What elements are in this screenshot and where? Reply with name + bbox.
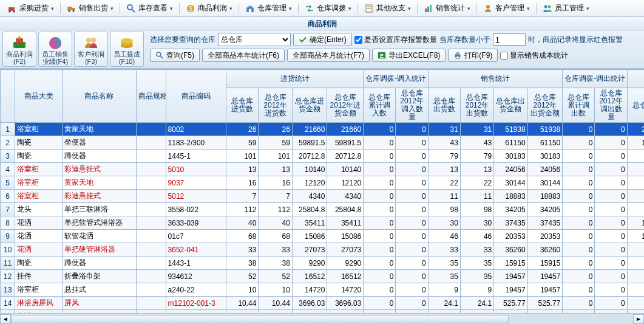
- col-group-transfer-in[interactable]: 仓库调拨-调入统计: [364, 70, 428, 88]
- cart-icon: [7, 4, 17, 13]
- svg-rect-3: [67, 7, 72, 10]
- bigbtn-1[interactable]: 员工销售业绩(F4): [38, 32, 72, 67]
- bigbtn-icon-1: [47, 36, 64, 49]
- svg-line-8: [132, 9, 135, 12]
- staff-icon: [543, 4, 552, 13]
- col-code[interactable]: 商品编码: [166, 70, 226, 123]
- menu-chart[interactable]: 销售统计▾: [419, 0, 475, 16]
- table-row[interactable]: 1浴室柜黄家天地80022626216602166000313151938519…: [1, 123, 645, 136]
- print-button[interactable]: 打印(F9): [448, 49, 498, 62]
- svg-point-6: [73, 10, 75, 12]
- svg-rect-11: [249, 9, 251, 12]
- col-sub-10[interactable]: 总仓库累计调出数: [563, 88, 595, 123]
- table-row[interactable]: 10花洒单把硬管淋浴器3652-041333327073270730033333…: [1, 243, 645, 257]
- alarm-value-input[interactable]: [493, 33, 526, 46]
- search-icon: [155, 51, 164, 60]
- col-sub-7[interactable]: 总仓库2012年出货数: [460, 88, 493, 123]
- col-sub-11[interactable]: 总仓库2012年调出数量: [595, 88, 627, 123]
- svg-rect-17: [430, 5, 432, 12]
- alarm-checkbox[interactable]: 是否设置库存报警数量: [354, 35, 437, 45]
- menu-money[interactable]: $商品利润▾: [181, 0, 237, 16]
- query-button[interactable]: 查询(F5): [150, 49, 200, 62]
- svg-line-30: [160, 56, 163, 58]
- warehouse-label: 选择您要查询的仓库: [150, 35, 215, 45]
- svg-rect-23: [18, 36, 21, 39]
- show-cost-checkbox[interactable]: 显示销售成本统计: [500, 50, 568, 61]
- svg-point-28: [121, 38, 133, 43]
- table-row[interactable]: 4浴室柜彩迪悬挂式5010131310140101400013132405624…: [1, 163, 645, 176]
- chevron-down-icon: ▾: [586, 5, 589, 12]
- excel-icon: E: [378, 51, 386, 60]
- search-icon: [126, 4, 136, 13]
- col-category[interactable]: 商品大类: [15, 70, 63, 123]
- table-row[interactable]: 13浴室柜悬挂式a240-221010147201472000991945719…: [1, 283, 645, 297]
- menu-cart[interactable]: 采购进货▾: [2, 0, 59, 16]
- bigbtn-0[interactable]: 商品利润(F2): [2, 32, 36, 67]
- col-sub-1[interactable]: 总仓库2012年进货数: [259, 88, 292, 123]
- col-sub-6[interactable]: 总仓库出货数: [428, 88, 460, 123]
- svg-point-29: [157, 52, 161, 57]
- main-menu: 采购进货▾销售出货▾库存查看▾$商品利润▾仓库管理▾仓库调拨▾其他收支▾销售统计…: [0, 0, 644, 17]
- data-grid[interactable]: 商品大类 商品名称 商品规格 商品编码 进货统计 仓库调拨-调入统计 销售统计 …: [0, 69, 644, 313]
- col-group-transfer-out[interactable]: 仓库调拨-调出统计: [563, 70, 627, 88]
- scroll-thumb[interactable]: [11, 315, 509, 323]
- scroll-right-button[interactable]: ►: [633, 314, 644, 324]
- scroll-left-button[interactable]: ◄: [0, 314, 11, 324]
- horizontal-scrollbar[interactable]: ◄ ►: [0, 313, 644, 324]
- chevron-down-icon: ▾: [289, 5, 292, 12]
- menu-receipt[interactable]: 其他收支▾: [359, 0, 416, 16]
- receipt-icon: [364, 4, 374, 13]
- table-row[interactable]: 2陶瓷坐便器1183-2/300595959891.559891.5004343…: [1, 136, 645, 150]
- col-spec[interactable]: 商品规格: [136, 70, 166, 123]
- menu-search[interactable]: 库存查看▾: [121, 0, 178, 16]
- chevron-down-icon: ▾: [527, 5, 530, 12]
- chevron-down-icon: ▾: [348, 5, 351, 12]
- svg-point-25: [91, 38, 96, 43]
- table-row[interactable]: 8花洒单把软管式淋浴器3633-039404035411354110030303…: [1, 216, 645, 230]
- col-group-profit[interactable]: 利润统计: [627, 70, 644, 88]
- page-title: 商品利润: [0, 17, 644, 30]
- bigbtn-3[interactable]: 员工提成(F10): [110, 32, 144, 67]
- export-excel-button[interactable]: E导出EXCEL(F8): [372, 49, 446, 62]
- warehouse-select[interactable]: 总仓库: [218, 33, 291, 46]
- table-row[interactable]: 7龙头单把三联淋浴3558-02211211225804.825804.8009…: [1, 203, 645, 216]
- col-sub-8[interactable]: 总仓库出货金额: [494, 88, 527, 123]
- svg-point-7: [127, 5, 132, 10]
- transfer-icon: [305, 4, 314, 13]
- table-row[interactable]: 6浴室柜彩迪悬挂式5012774340434000111118883188830…: [1, 190, 645, 203]
- col-sub-0[interactable]: 总仓库进货数: [226, 88, 259, 123]
- svg-text:E: E: [380, 53, 384, 59]
- chart-icon: [424, 4, 433, 13]
- menu-staff[interactable]: 员工管理▾: [538, 0, 594, 16]
- table-row[interactable]: 3陶瓷蹲便器1445-110110120712.820712.800797930…: [1, 150, 645, 163]
- truck-icon: [67, 4, 76, 13]
- svg-rect-35: [456, 57, 459, 59]
- col-sub-2[interactable]: 总仓库进货金额: [292, 88, 327, 123]
- col-group-sales[interactable]: 销售统计: [428, 70, 563, 88]
- table-row[interactable]: 12挂件折叠浴巾架9346125252165121651200353519457…: [1, 270, 645, 283]
- menu-transfer[interactable]: 仓库调拨▾: [300, 0, 356, 16]
- chevron-down-icon: ▾: [408, 5, 411, 12]
- menu-warehouse[interactable]: 仓库管理▾: [240, 0, 297, 16]
- bigbtn-2[interactable]: 客户利润(F3): [74, 32, 108, 67]
- month-stat-button[interactable]: 全部商品本月统计(F7): [287, 49, 370, 62]
- toolbar: 商品利润(F2)员工销售业绩(F4)客户利润(F3)员工提成(F10) 选择您要…: [0, 30, 644, 69]
- year-stat-button[interactable]: 全部商品本年统计(F6): [202, 49, 285, 62]
- menu-customer[interactable]: 客户管理▾: [478, 0, 535, 16]
- col-name[interactable]: 商品名称: [62, 70, 136, 123]
- col-group-purchase[interactable]: 进货统计: [226, 70, 364, 88]
- confirm-button[interactable]: 确定(Enter): [293, 33, 352, 46]
- table-row[interactable]: 14淋浴房屏风屏风m12102-001-310.4410.443696.0336…: [1, 297, 645, 310]
- col-sub-9[interactable]: 总仓库2012年出货金额: [527, 88, 563, 123]
- table-row[interactable]: 5浴室柜黄家天地90371616121201212000222230144301…: [1, 176, 645, 190]
- table-row[interactable]: 9花洒软管花洒01c768681508615086004646203532035…: [1, 230, 645, 243]
- col-sub-5[interactable]: 总仓库2012年调入数量: [396, 88, 428, 123]
- col-sub-3[interactable]: 总仓库2012年进货金额: [327, 88, 364, 123]
- bigbtn-icon-0: [11, 36, 28, 49]
- table-row[interactable]: 11陶瓷蹲便器1443-1383892909290003535159151591…: [1, 257, 645, 270]
- menu-truck[interactable]: 销售出货▾: [62, 0, 118, 16]
- col-sub-12[interactable]: 总仓库利润: [627, 88, 644, 123]
- col-sub-4[interactable]: 总仓库累计调入数: [364, 88, 396, 123]
- svg-rect-16: [427, 7, 429, 12]
- chevron-down-icon: ▾: [467, 5, 470, 12]
